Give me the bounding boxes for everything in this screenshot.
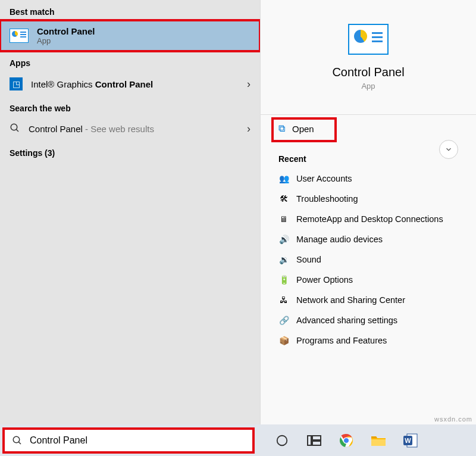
best-match-subtitle: App xyxy=(37,36,95,45)
recent-remoteapp[interactable]: 🖥RemoteApp and Desktop Connections xyxy=(261,209,476,229)
search-icon xyxy=(10,123,20,135)
apps-result-intel-graphics[interactable]: ◳ Intel® Graphics Control Panel › xyxy=(0,71,260,96)
svg-rect-5 xyxy=(308,436,311,445)
svg-line-1 xyxy=(16,129,18,132)
svg-point-0 xyxy=(11,124,17,130)
taskbar-search-box[interactable] xyxy=(4,429,253,452)
remoteapp-icon: 🖥 xyxy=(278,214,289,224)
intel-icon: ◳ xyxy=(10,77,23,90)
recent-power-options[interactable]: 🔋Power Options xyxy=(261,270,476,290)
best-match-title: Control Panel xyxy=(37,26,95,36)
recent-audio-devices[interactable]: 🔊Manage audio devices xyxy=(261,229,476,249)
chevron-right-icon: › xyxy=(247,78,250,90)
search-input[interactable] xyxy=(29,435,245,446)
search-results-left-pane: Best match Control Panel App Apps ◳ Inte… xyxy=(0,0,260,424)
user-accounts-icon: 👥 xyxy=(278,173,289,184)
network-icon: 🖧 xyxy=(278,295,289,305)
control-panel-large-icon xyxy=(348,24,389,55)
troubleshooting-icon: 🛠 xyxy=(278,193,289,204)
programs-icon: 📦 xyxy=(278,335,289,346)
svg-text:W: W xyxy=(405,437,411,444)
recent-sound[interactable]: 🔉Sound xyxy=(261,249,476,270)
power-icon: 🔋 xyxy=(278,274,289,285)
svg-rect-7 xyxy=(312,441,321,445)
svg-line-3 xyxy=(18,442,21,444)
best-match-heading: Best match xyxy=(0,0,260,20)
recent-network-sharing[interactable]: 🖧Network and Sharing Center xyxy=(261,290,476,310)
search-web-heading: Search the web xyxy=(0,96,260,117)
open-action[interactable]: ⧉ Open xyxy=(261,115,344,142)
recent-programs-features[interactable]: 📦Programs and Features xyxy=(261,330,476,351)
svg-point-2 xyxy=(13,436,20,443)
chrome-taskbar-icon[interactable] xyxy=(336,430,357,451)
svg-rect-12 xyxy=(371,439,386,446)
taskbar: W xyxy=(0,424,476,456)
preview-subtitle: App xyxy=(261,82,476,90)
recent-troubleshooting[interactable]: 🛠Troubleshooting xyxy=(261,189,476,209)
audio-icon: 🔊 xyxy=(278,234,289,245)
sound-icon: 🔉 xyxy=(278,254,289,265)
expand-button[interactable] xyxy=(439,140,458,159)
settings-heading[interactable]: Settings (3) xyxy=(0,141,260,161)
apps-heading: Apps xyxy=(0,51,260,71)
sharing-icon: 🔗 xyxy=(278,315,289,326)
word-taskbar-icon[interactable]: W xyxy=(400,430,421,451)
watermark: wsxdn.com xyxy=(434,416,472,423)
svg-point-4 xyxy=(277,435,287,445)
task-view-button[interactable] xyxy=(303,430,325,451)
chevron-right-icon: › xyxy=(247,123,250,135)
control-panel-icon xyxy=(10,29,29,43)
preview-title: Control Panel xyxy=(261,65,476,79)
svg-rect-6 xyxy=(312,436,321,440)
search-icon xyxy=(12,435,23,446)
open-icon: ⧉ xyxy=(278,123,285,134)
web-result[interactable]: Control Panel - See web results › xyxy=(0,117,260,141)
recent-advanced-sharing[interactable]: 🔗Advanced sharing settings xyxy=(261,310,476,330)
open-label: Open xyxy=(292,124,314,134)
file-explorer-taskbar-icon[interactable] xyxy=(368,430,389,451)
recent-user-accounts[interactable]: 👥User Accounts xyxy=(261,168,476,189)
cortana-button[interactable] xyxy=(271,430,293,451)
search-preview-right-pane: Control Panel App ⧉ Open Recent 👥User Ac… xyxy=(260,0,476,424)
best-match-result[interactable]: Control Panel App xyxy=(0,20,260,51)
